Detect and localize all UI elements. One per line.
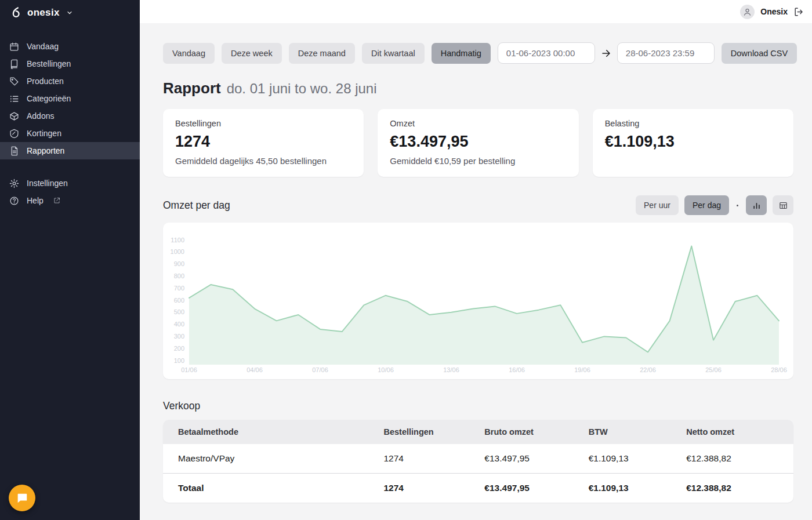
date-to-input[interactable]: [617, 42, 715, 64]
sidebar-item-label: Kortingen: [27, 129, 61, 138]
sidebar-item-help[interactable]: Help: [0, 192, 140, 209]
page-subtitle: do. 01 juni to wo. 28 juni: [227, 81, 377, 97]
workspace-switcher[interactable]: onesix: [0, 0, 140, 25]
x-axis-tick-label: 22/06: [640, 366, 656, 373]
tag-icon: [9, 77, 19, 86]
x-axis-tick-label: 25/06: [705, 366, 722, 373]
report-icon: [9, 146, 19, 156]
chart-controls: Per uur Per dag: [636, 195, 793, 215]
stat-card-belasting: Belasting €1.109,13: [593, 109, 793, 177]
filter-row: Vandaag Deze week Deze maand Dit kwartaa…: [163, 42, 793, 64]
x-axis-tick-label: 07/06: [312, 366, 328, 373]
avatar[interactable]: [740, 5, 755, 19]
date-from-input[interactable]: [498, 42, 595, 64]
topbar: Onesix: [140, 0, 812, 23]
stat-cards: Bestellingen 1274 Gemiddeld dagelijks 45…: [163, 109, 793, 177]
x-axis-tick-label: 28/06: [771, 366, 787, 373]
stat-card-omzet: Omzet €13.497,95 Gemiddeld €10,59 per be…: [378, 109, 578, 177]
sidebar-item-bestellingen[interactable]: Bestellingen: [0, 55, 140, 72]
sidebar: onesix Vandaag Bestellingen Producten: [0, 0, 140, 520]
list-icon: [9, 94, 19, 104]
main-area: Onesix Vandaag Deze week Deze maand Dit …: [140, 0, 812, 520]
preset-deze-maand-button[interactable]: Deze maand: [289, 43, 355, 64]
chart-section-title: Omzet per dag: [163, 199, 636, 212]
per-dag-button[interactable]: Per dag: [684, 195, 729, 215]
sidebar-item-addons[interactable]: Addons: [0, 107, 140, 125]
cell-totaal-btw: €1.109,13: [589, 474, 686, 503]
verkoop-section-title: Verkoop: [163, 400, 793, 412]
sidebar-item-vandaag[interactable]: Vandaag: [0, 38, 140, 55]
x-axis-tick-label: 04/06: [246, 366, 263, 373]
x-axis-tick-label: 13/06: [443, 366, 459, 373]
user-icon: [743, 8, 752, 16]
table-header-row: Betaalmethode Bestellingen Bruto omzet B…: [163, 420, 793, 444]
y-axis-tick-label: 600: [174, 297, 184, 304]
x-axis-tick-label: 16/06: [509, 366, 525, 373]
discount-tag-icon: [9, 129, 19, 139]
cell-bestellingen: 1274: [383, 444, 484, 474]
logout-button[interactable]: [793, 6, 804, 17]
cell-netto-omzet: €12.388,82: [686, 444, 793, 474]
preset-deze-week-button[interactable]: Deze week: [222, 43, 282, 64]
cell-totaal-label: Totaal: [163, 474, 383, 503]
stat-label: Omzet: [390, 119, 566, 128]
sidebar-item-label: Instellingen: [27, 179, 68, 188]
stat-card-bestellingen: Bestellingen 1274 Gemiddeld dagelijks 45…: [163, 109, 364, 177]
sidebar-footer: Instellingen Help: [0, 174, 140, 209]
stat-subtext: Gemiddeld dagelijks 45,50 bestellingen: [175, 156, 351, 166]
stat-subtext: Gemiddeld €10,59 per bestelling: [390, 156, 566, 166]
sidebar-item-categorieen[interactable]: Categorieën: [0, 90, 140, 107]
sidebar-item-rapporten[interactable]: Rapporten: [0, 142, 140, 159]
table-total-row: Totaal 1274 €13.497,95 €1.109,13 €12.388…: [163, 474, 793, 503]
sidebar-item-producten[interactable]: Producten: [0, 72, 140, 90]
stat-subtext: [605, 156, 781, 166]
y-axis-tick-label: 300: [174, 333, 184, 340]
download-csv-button[interactable]: Download CSV: [722, 43, 797, 64]
preset-vandaag-button[interactable]: Vandaag: [163, 43, 215, 64]
cell-totaal-bruto: €13.497,95: [484, 474, 588, 503]
preset-handmatig-button[interactable]: Handmatig: [432, 43, 491, 64]
sidebar-item-instellingen[interactable]: Instellingen: [0, 174, 140, 192]
stat-value: 1274: [175, 133, 351, 151]
onesix-logo-icon: [9, 6, 22, 19]
chart-view-button[interactable]: [746, 195, 767, 215]
chart-area-fill: [189, 246, 779, 365]
page-title: Rapport: [163, 79, 221, 97]
preset-dit-kwartaal-button[interactable]: Dit kwartaal: [362, 43, 425, 64]
y-axis-tick-label: 800: [174, 272, 184, 279]
per-uur-button[interactable]: Per uur: [636, 195, 679, 215]
column-header: BTW: [589, 420, 686, 444]
bar-chart-icon: [752, 201, 761, 210]
cell-totaal-netto: €12.388,82: [686, 474, 793, 503]
table-view-button[interactable]: [773, 195, 793, 215]
help-icon: [9, 196, 19, 206]
stat-value: €13.497,95: [390, 133, 566, 151]
stat-value: €1.109,13: [605, 133, 781, 151]
y-axis-tick-label: 1100: [171, 237, 184, 243]
table-icon: [779, 201, 788, 210]
sidebar-item-kortingen[interactable]: Kortingen: [0, 125, 140, 142]
username: Onesix: [760, 7, 788, 16]
y-axis-tick-label: 900: [174, 260, 184, 267]
sidebar-item-label: Categorieën: [27, 94, 71, 103]
y-axis-tick-label: 200: [174, 345, 184, 352]
stat-label: Bestellingen: [175, 119, 351, 128]
y-axis-tick-label: 500: [174, 308, 184, 315]
y-axis-tick-label: 1000: [171, 248, 184, 255]
sidebar-item-label: Addons: [27, 111, 54, 121]
content: Vandaag Deze week Deze maand Dit kwartaa…: [140, 23, 812, 520]
revenue-area-chart[interactable]: 1002003004005006007008009001000110001/06…: [163, 223, 793, 379]
sidebar-item-label: Rapporten: [27, 146, 64, 155]
sidebar-item-label: Help: [27, 196, 44, 205]
cell-bruto-omzet: €13.497,95: [484, 444, 588, 474]
table-row: Maestro/VPay 1274 €13.497,95 €1.109,13 €…: [163, 444, 793, 474]
chart-section-header: Omzet per dag Per uur Per dag: [163, 195, 793, 215]
revenue-chart-card: 1002003004005006007008009001000110001/06…: [163, 223, 793, 379]
column-header: Betaalmethode: [163, 420, 383, 444]
y-axis-tick-label: 700: [174, 285, 184, 292]
sidebar-item-label: Vandaag: [27, 42, 59, 51]
column-header: Bruto omzet: [484, 420, 588, 444]
gear-icon: [9, 179, 19, 188]
y-axis-tick-label: 400: [174, 321, 184, 328]
chat-widget-button[interactable]: [9, 485, 35, 511]
